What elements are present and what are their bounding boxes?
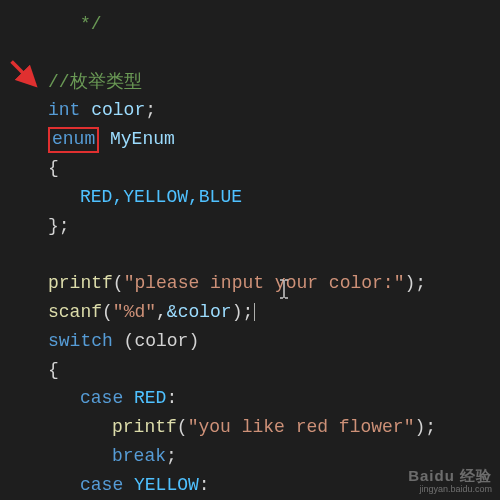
code-line: { bbox=[0, 154, 500, 183]
watermark: Baidu 经验 jingyan.baidu.com bbox=[408, 467, 492, 494]
keyword-switch: switch bbox=[48, 331, 113, 351]
enum-values: RED,YELLOW,BLUE bbox=[80, 187, 242, 207]
semicolon: ; bbox=[145, 100, 156, 120]
code-line: printf("you like red flower"); bbox=[0, 413, 500, 442]
code-editor[interactable]: */ //枚举类型 int color; enum MyEnum { RED,Y… bbox=[0, 0, 500, 500]
enum-highlight-box: enum bbox=[48, 127, 99, 153]
lbrace: { bbox=[48, 158, 59, 178]
watermark-url: jingyan.baidu.com bbox=[408, 484, 492, 494]
blank-line bbox=[0, 240, 500, 269]
code-line: //枚举类型 bbox=[0, 68, 500, 97]
func-printf: printf bbox=[112, 417, 177, 437]
code-line: */ bbox=[0, 10, 500, 39]
code-line: int color; bbox=[0, 96, 500, 125]
string-fmt: "%d" bbox=[113, 302, 156, 322]
code-line: { bbox=[0, 356, 500, 385]
lbrace: { bbox=[48, 360, 59, 380]
code-line: printf("please input your color:"); bbox=[0, 269, 500, 298]
code-line: enum MyEnum bbox=[0, 125, 500, 154]
comment-zh: //枚举类型 bbox=[48, 72, 142, 92]
ident-myenum: MyEnum bbox=[99, 129, 175, 149]
string-prompt: "please input your color:" bbox=[124, 273, 405, 293]
func-scanf: scanf bbox=[48, 302, 102, 322]
label-red: RED bbox=[123, 388, 166, 408]
string-red: "you like red flower" bbox=[188, 417, 415, 437]
code-line: RED,YELLOW,BLUE bbox=[0, 183, 500, 212]
comment-end: */ bbox=[80, 14, 102, 34]
keyword-case: case bbox=[80, 475, 123, 495]
keyword-case: case bbox=[80, 388, 123, 408]
ident-color: color bbox=[80, 100, 145, 120]
text-caret bbox=[254, 303, 255, 321]
keyword-enum: enum bbox=[52, 129, 95, 149]
blank-line bbox=[0, 39, 500, 68]
keyword-int: int bbox=[48, 100, 80, 120]
code-line: switch (color) bbox=[0, 327, 500, 356]
label-yellow: YELLOW bbox=[123, 475, 199, 495]
code-line: }; bbox=[0, 212, 500, 241]
keyword-break: break bbox=[112, 446, 166, 466]
rbrace-semi: }; bbox=[48, 216, 70, 236]
code-line: scanf("%d",&color); bbox=[0, 298, 500, 327]
func-printf: printf bbox=[48, 273, 113, 293]
code-line: case RED: bbox=[0, 384, 500, 413]
arg-color: &color bbox=[167, 302, 232, 322]
